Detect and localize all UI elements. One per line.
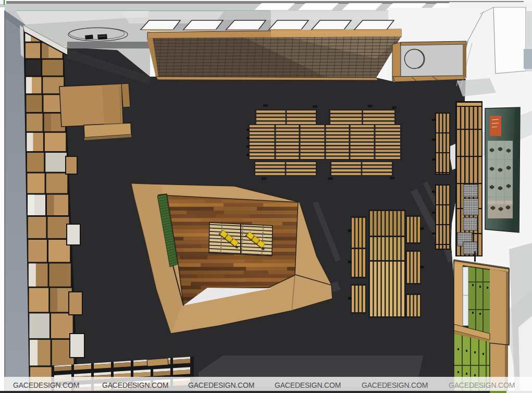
svg-text:GACEDESIGN.COM: GACEDESIGN.COM — [13, 381, 79, 389]
svg-text:GACEDESIGN.COM: GACEDESIGN.COM — [188, 381, 254, 389]
svg-text:GACEDESIGN.COM: GACEDESIGN.COM — [362, 381, 428, 389]
svg-text:GACEDESIGN.COM: GACEDESIGN.COM — [275, 381, 341, 389]
svg-text:GACEDESIGN.COM: GACEDESIGN.COM — [102, 381, 168, 389]
svg-text:GACEDESIGN.COM: GACEDESIGN.COM — [449, 381, 515, 389]
